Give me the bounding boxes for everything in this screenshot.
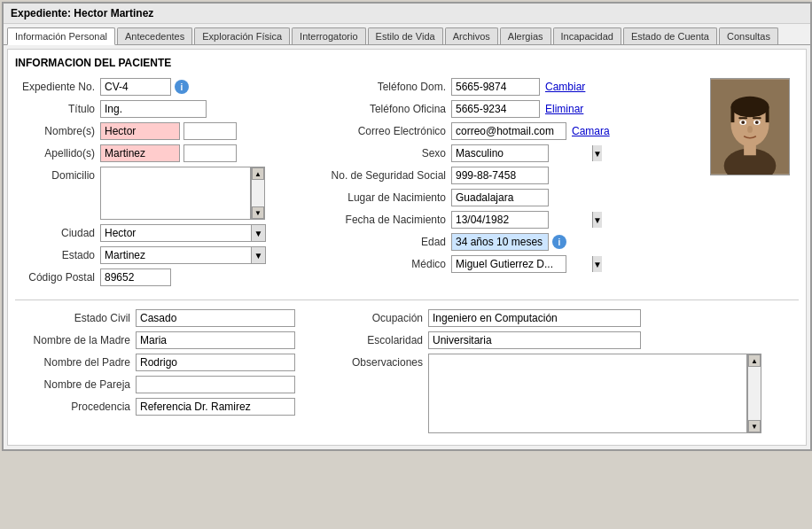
tab-alergias[interactable]: Alergias — [500, 27, 551, 44]
edad-info-icon[interactable]: i — [552, 235, 566, 249]
procedencia-row: Procedencia — [15, 398, 334, 416]
tab-archivos[interactable]: Archivos — [445, 27, 498, 44]
procedencia-input[interactable] — [136, 398, 295, 416]
correo-input[interactable] — [451, 122, 566, 140]
tab-incapacidad[interactable]: Incapacidad — [553, 27, 621, 44]
estado-civil-label: Estado Civil — [15, 312, 130, 324]
svg-point-4 — [730, 97, 769, 117]
ciudad-dropdown-arrow[interactable]: ▼ — [251, 225, 265, 241]
scroll-up-btn[interactable]: ▲ — [252, 167, 264, 180]
tab-estilo-de-vida[interactable]: Estilo de Vida — [368, 27, 443, 44]
apellidos-input[interactable] — [100, 144, 180, 162]
tab-informacion-personal[interactable]: Información Personal — [7, 27, 115, 45]
sexo-input[interactable] — [452, 145, 592, 161]
nombres-extra-input[interactable] — [183, 122, 237, 140]
edad-row: Edad i — [331, 233, 696, 251]
fecha-label: Fecha de Nacimiento — [331, 214, 446, 226]
obs-scroll-down-btn[interactable]: ▼ — [748, 420, 761, 432]
nombres-input[interactable] — [100, 122, 180, 140]
domicilio-textarea[interactable] — [100, 167, 251, 220]
camara-button[interactable]: Camara — [572, 125, 610, 137]
eliminar-button[interactable]: Eliminar — [545, 103, 583, 115]
seguridad-input[interactable] — [451, 167, 549, 184]
svg-point-9 — [741, 121, 745, 124]
bottom-right-column: Ocupación Escolaridad Observaciones ▲ — [352, 309, 799, 438]
tab-consultas[interactable]: Consultas — [719, 27, 778, 44]
nombres-label: Nombre(s) — [15, 125, 95, 137]
titulo-input[interactable] — [100, 100, 207, 118]
photo-column — [710, 78, 799, 291]
nombres-row: Nombre(s) — [15, 122, 316, 140]
tab-bar: Información Personal Antecedentes Explor… — [4, 24, 810, 45]
photo-box — [710, 78, 790, 175]
medico-label: Médico — [331, 258, 446, 270]
pareja-row: Nombre de Pareja — [15, 376, 334, 393]
seguridad-row: No. de Seguridad Social — [331, 167, 696, 184]
ocupacion-input[interactable] — [428, 309, 641, 327]
medico-dropdown-arrow[interactable]: ▼ — [592, 256, 602, 272]
tab-antecedentes[interactable]: Antecedentes — [117, 27, 192, 44]
sexo-row: Sexo ▼ — [331, 144, 696, 162]
tel-dom-input[interactable] — [451, 78, 540, 96]
pareja-label: Nombre de Pareja — [15, 378, 130, 391]
patient-form: Expediente No. i Título Nombre(s) A — [15, 78, 799, 291]
svg-point-10 — [755, 121, 759, 124]
observaciones-textarea[interactable] — [428, 354, 747, 433]
estado-row: Estado ▼ — [15, 246, 316, 264]
estado-civil-input[interactable] — [136, 309, 295, 327]
escolaridad-input[interactable] — [428, 331, 641, 349]
scroll-down-btn[interactable]: ▼ — [252, 206, 264, 219]
estado-civil-row: Estado Civil — [15, 309, 334, 327]
apellidos-row: Apellido(s) — [15, 144, 316, 162]
tel-of-input[interactable] — [451, 100, 540, 118]
correo-row: Correo Electrónico Camara — [331, 122, 696, 140]
padre-input[interactable] — [136, 354, 295, 371]
main-window: Expediente: Hector Martinez Información … — [2, 2, 812, 451]
ocupacion-label: Ocupación — [352, 312, 423, 324]
edad-label: Edad — [331, 236, 446, 248]
expediente-input[interactable] — [100, 78, 171, 96]
tab-interrogatorio[interactable]: Interrogatorio — [292, 27, 365, 44]
domicilio-label: Domicilio — [15, 169, 95, 182]
madre-row: Nombre de la Madre — [15, 331, 334, 349]
fecha-input[interactable] — [452, 212, 592, 228]
svg-rect-12 — [753, 117, 761, 119]
titulo-label: Título — [15, 103, 95, 115]
window-title: Expediente: Hector Martinez — [11, 7, 153, 19]
patient-photo — [711, 78, 789, 175]
fecha-dropdown-arrow[interactable]: ▼ — [592, 212, 602, 228]
ciudad-input[interactable] — [101, 225, 251, 241]
sexo-dropdown-arrow[interactable]: ▼ — [592, 145, 602, 161]
title-bar: Expediente: Hector Martinez — [4, 4, 810, 24]
fecha-row: Fecha de Nacimiento ▼ — [331, 211, 696, 229]
cp-row: Código Postal — [15, 268, 316, 286]
tel-of-row: Teléfono Oficina Eliminar — [331, 100, 696, 118]
pareja-input[interactable] — [136, 376, 295, 393]
padre-label: Nombre del Padre — [15, 356, 130, 369]
observaciones-label: Observaciones — [352, 356, 423, 369]
section-title: INFORMACION DEL PACIENTE — [15, 57, 799, 69]
estado-dropdown-arrow[interactable]: ▼ — [251, 247, 265, 263]
lugar-input[interactable] — [451, 189, 549, 206]
tab-estado-de-cuenta[interactable]: Estado de Cuenta — [623, 27, 717, 44]
apellidos-extra-input[interactable] — [183, 144, 237, 162]
madre-input[interactable] — [136, 331, 295, 349]
cp-input[interactable] — [100, 268, 171, 286]
procedencia-label: Procedencia — [15, 401, 130, 413]
estado-input[interactable] — [101, 247, 251, 263]
section-divider — [15, 300, 799, 300]
expediente-label: Expediente No. — [15, 81, 95, 93]
escolaridad-row: Escolaridad — [352, 331, 799, 349]
medico-input[interactable] — [452, 256, 592, 272]
seguridad-label: No. de Seguridad Social — [331, 169, 446, 182]
lugar-label: Lugar de Nacimiento — [331, 191, 446, 204]
sexo-label: Sexo — [331, 147, 446, 159]
edad-input — [451, 233, 549, 251]
escolaridad-label: Escolaridad — [352, 334, 423, 346]
info-icon[interactable]: i — [175, 80, 189, 94]
domicilio-row: Domicilio ▲ ▼ — [15, 167, 316, 220]
tab-exploracion-fisica[interactable]: Exploración Física — [194, 27, 290, 44]
cambiar-button[interactable]: Cambiar — [545, 81, 585, 93]
content-area: INFORMACION DEL PACIENTE Expediente No. … — [7, 49, 807, 446]
obs-scroll-up-btn[interactable]: ▲ — [748, 354, 761, 367]
